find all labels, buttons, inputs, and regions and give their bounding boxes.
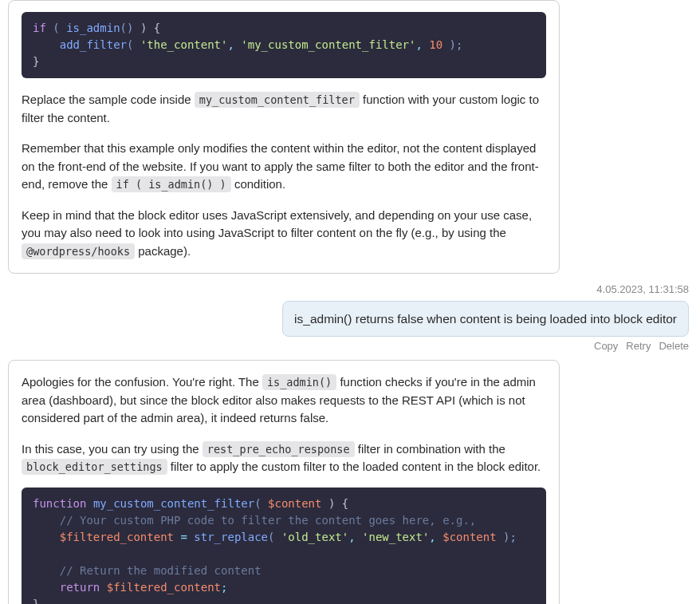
user-message: is_admin() returns false when content is… — [282, 301, 689, 337]
inline-code: @wordpress/hooks — [22, 243, 135, 259]
inline-code: my_custom_content_filter — [195, 92, 360, 108]
code-block[interactable]: function my_custom_content_filter( $cont… — [22, 488, 546, 604]
assistant-message: if ( is_admin() ) { add_filter( 'the_con… — [8, 0, 560, 274]
paragraph: Keep in mind that the block editor uses … — [22, 207, 546, 261]
inline-code: if ( is_admin() ) — [112, 176, 231, 192]
delete-button[interactable]: Delete — [659, 338, 689, 354]
code-block[interactable]: if ( is_admin() ) { add_filter( 'the_con… — [22, 12, 546, 78]
inline-code: is_admin() — [262, 374, 336, 390]
user-message-wrap: is_admin() returns false when content is… — [0, 301, 689, 337]
paragraph: Apologies for the confusion. You're righ… — [22, 373, 546, 428]
copy-button[interactable]: Copy — [594, 338, 618, 354]
assistant-message: Apologies for the confusion. You're righ… — [8, 360, 560, 604]
paragraph: Replace the sample code inside my_custom… — [22, 91, 546, 127]
paragraph: In this case, you can try using the rest… — [22, 440, 546, 476]
message-actions: Copy Retry Delete — [0, 338, 689, 354]
retry-button[interactable]: Retry — [626, 338, 651, 354]
inline-code: block_editor_settings — [22, 459, 167, 475]
inline-code: rest_pre_echo_response — [203, 441, 355, 457]
paragraph: Remember that this example only modifies… — [22, 140, 546, 194]
timestamp: 4.05.2023, 11:31:58 — [0, 282, 689, 298]
